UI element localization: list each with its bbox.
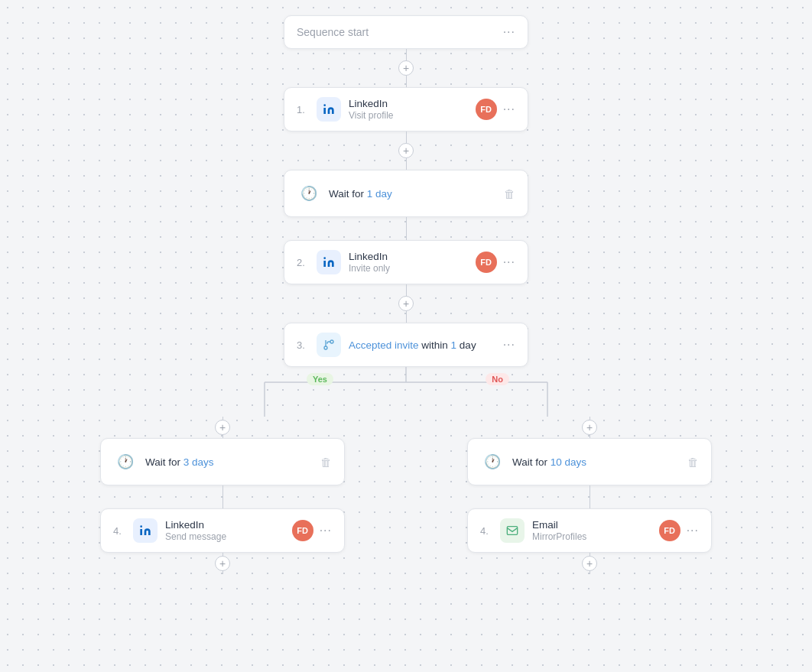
step3-card: 3. Accepted invite within 1 day ··· — [284, 323, 528, 367]
svg-rect-0 — [323, 108, 326, 114]
no-branch-col: + 🕐 Wait for 10 days 🗑 4. Email — [444, 417, 735, 574]
add-btn-right[interactable]: + — [582, 420, 597, 435]
step2-avatar: FD — [476, 252, 497, 273]
wait1-text: Wait for 1 day — [329, 188, 496, 200]
step4-left-content: LinkedIn Send message — [165, 519, 284, 542]
branch-connector: Yes No — [131, 367, 681, 417]
step1-menu[interactable]: ··· — [503, 102, 515, 116]
step4-right-content: Email MirrorProfiles — [532, 519, 651, 542]
step4-left-card: 4. LinkedIn Send message FD ··· — [100, 508, 345, 553]
yes-label: Yes — [307, 373, 333, 385]
connector-3 — [406, 217, 407, 240]
wait-left-text: Wait for 3 days — [145, 456, 313, 468]
clock-icon-right: 🕐 — [480, 450, 505, 474]
wait-left-card: 🕐 Wait for 3 days 🗑 — [100, 438, 345, 485]
svg-point-10 — [140, 525, 142, 528]
step4-left-actions: FD ··· — [292, 520, 332, 541]
no-label: No — [486, 373, 509, 385]
svg-rect-2 — [323, 261, 326, 267]
step4-left-avatar: FD — [292, 520, 313, 541]
wait-right-delete[interactable]: 🗑 — [687, 456, 699, 469]
add-btn-right-bottom[interactable]: + — [582, 556, 597, 571]
step4-right-card: 4. Email MirrorProfiles FD ··· — [467, 508, 712, 553]
add-btn-left[interactable]: + — [215, 420, 230, 435]
step1-content: LinkedIn Visit profile — [349, 98, 468, 121]
wait-left-delete[interactable]: 🗑 — [320, 456, 332, 469]
clock-icon-left: 🕐 — [113, 450, 138, 474]
step1-actions: FD ··· — [476, 99, 515, 120]
branch-icon — [317, 333, 341, 357]
step3-condition: Accepted invite within 1 day — [349, 339, 495, 351]
add-btn-1[interactable]: + — [398, 60, 414, 76]
connector-left — [222, 485, 223, 508]
sequence-start-label: Sequence start — [297, 26, 369, 38]
step1-card: 1. LinkedIn Visit profile FD ··· — [284, 87, 528, 131]
step4-left-number: 4. — [113, 525, 125, 537]
step4-right-action: MirrorProfiles — [532, 531, 651, 542]
connector-right — [590, 485, 590, 508]
wait1-card: 🕐 Wait for 1 day 🗑 — [284, 170, 528, 217]
split-row: + 🕐 Wait for 3 days 🗑 4. LinkedIn — [77, 417, 735, 574]
svg-rect-11 — [507, 527, 517, 535]
svg-point-3 — [323, 257, 326, 259]
step1-avatar: FD — [476, 99, 497, 120]
svg-rect-9 — [140, 529, 142, 535]
add-btn-3[interactable]: + — [398, 296, 414, 311]
step4-right-number: 4. — [480, 525, 492, 537]
linkedin-icon-1 — [317, 97, 341, 122]
clock-icon-1: 🕐 — [297, 181, 321, 206]
wait-right-text: Wait for 10 days — [512, 456, 680, 468]
step2-content: LinkedIn Invite only — [349, 251, 468, 274]
step2-actions: FD ··· — [476, 252, 515, 273]
step2-number: 2. — [297, 257, 309, 268]
add-btn-left-bottom[interactable]: + — [215, 556, 230, 571]
wait1-delete[interactable]: 🗑 — [504, 187, 515, 200]
step4-right-platform: Email — [532, 519, 651, 531]
step4-left-platform: LinkedIn — [165, 519, 284, 531]
wait-left-value: 3 days — [184, 456, 214, 468]
step4-left-menu[interactable]: ··· — [320, 524, 332, 537]
step3-menu[interactable]: ··· — [503, 338, 515, 352]
linkedin-icon-left — [133, 518, 158, 543]
step2-menu[interactable]: ··· — [503, 255, 515, 269]
step3-content: Accepted invite within 1 day — [349, 339, 495, 351]
step4-left-action: Send message — [165, 531, 284, 542]
step3-number: 3. — [297, 339, 309, 351]
wait-right-value: 10 days — [551, 456, 586, 468]
sequence-start-card: Sequence start ··· — [284, 15, 528, 49]
step3-actions: ··· — [503, 338, 515, 352]
sequence-start-menu[interactable]: ··· — [503, 25, 515, 39]
svg-point-1 — [323, 104, 326, 106]
add-btn-2[interactable]: + — [398, 143, 414, 158]
step1-number: 1. — [297, 104, 309, 115]
step4-right-menu[interactable]: ··· — [687, 524, 699, 537]
step1-action: Visit profile — [349, 110, 468, 121]
step1-platform: LinkedIn — [349, 98, 468, 109]
linkedin-icon-2 — [317, 250, 341, 274]
wait-right-card: 🕐 Wait for 10 days 🗑 — [467, 438, 712, 485]
wait1-value: 1 day — [367, 188, 392, 200]
step2-platform: LinkedIn — [349, 251, 468, 262]
step4-right-actions: FD ··· — [659, 520, 699, 541]
yes-branch-col: + 🕐 Wait for 3 days 🗑 4. LinkedIn — [77, 417, 368, 574]
email-icon — [500, 518, 525, 543]
step2-action: Invite only — [349, 263, 468, 274]
step2-card: 2. LinkedIn Invite only FD ··· — [284, 240, 528, 284]
step4-right-avatar: FD — [659, 520, 680, 541]
